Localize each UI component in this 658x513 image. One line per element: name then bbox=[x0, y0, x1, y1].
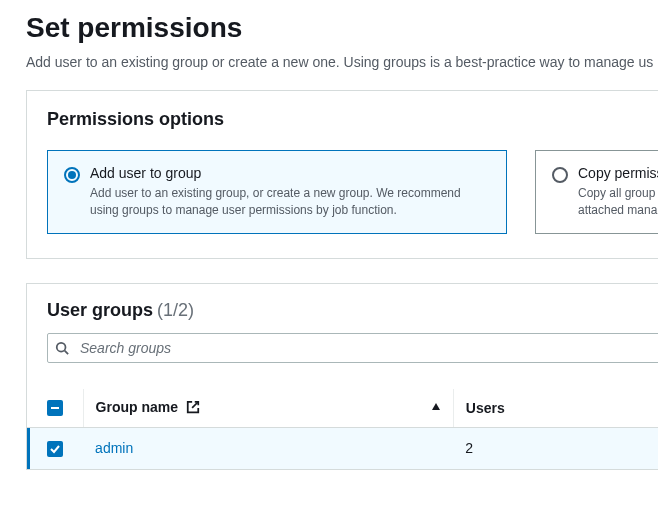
column-header-group-name[interactable]: Group name bbox=[83, 389, 453, 428]
svg-point-0 bbox=[57, 342, 66, 351]
page-title: Set permissions bbox=[26, 12, 658, 44]
svg-line-1 bbox=[65, 350, 69, 354]
search-icon bbox=[55, 341, 69, 355]
option-add-user-to-group[interactable]: Add user to group Add user to an existin… bbox=[47, 150, 507, 234]
permissions-options-title: Permissions options bbox=[47, 109, 658, 130]
external-link-icon bbox=[186, 401, 200, 417]
user-groups-table: Group name Users bbox=[27, 389, 658, 469]
group-users-value: 2 bbox=[465, 440, 473, 456]
option-title: Copy permiss bbox=[578, 165, 658, 181]
select-all-checkbox[interactable] bbox=[47, 400, 63, 416]
search-groups-input[interactable] bbox=[47, 333, 658, 363]
permissions-options-panel: Permissions options Add user to group Ad… bbox=[26, 90, 658, 259]
option-description: Copy all group memberships, attached man… bbox=[578, 185, 658, 219]
radio-icon bbox=[552, 167, 568, 183]
sort-asc-icon bbox=[431, 399, 441, 415]
svg-marker-2 bbox=[432, 403, 440, 410]
column-label: Users bbox=[466, 400, 505, 416]
user-groups-panel: User groups (1/2) G bbox=[26, 283, 658, 470]
table-row[interactable]: admin 2 bbox=[27, 427, 658, 469]
radio-icon bbox=[64, 167, 80, 183]
row-checkbox[interactable] bbox=[47, 441, 63, 457]
user-groups-title: User groups bbox=[47, 300, 153, 320]
group-name-link[interactable]: admin bbox=[95, 440, 133, 456]
user-groups-count: (1/2) bbox=[157, 300, 194, 320]
column-label: Group name bbox=[96, 399, 178, 415]
column-header-users[interactable]: Users bbox=[453, 389, 658, 428]
option-description: Add user to an existing group, or create… bbox=[90, 185, 490, 219]
option-title: Add user to group bbox=[90, 165, 490, 181]
page-subtitle: Add user to an existing group or create … bbox=[26, 54, 658, 70]
option-copy-permissions[interactable]: Copy permiss Copy all group memberships,… bbox=[535, 150, 658, 234]
